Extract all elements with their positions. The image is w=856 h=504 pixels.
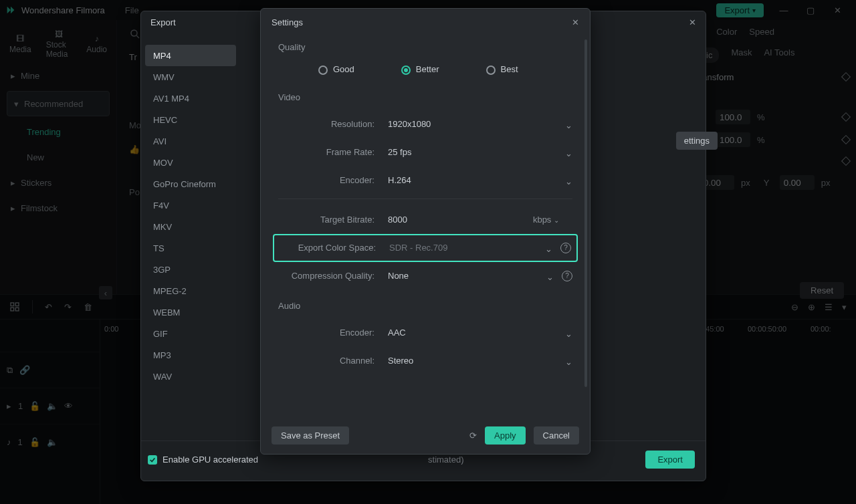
chevron-down-icon: ⌄: [546, 272, 554, 282]
audio-encoder-select[interactable]: AAC⌄: [388, 328, 572, 338]
chevron-down-icon: ⌄: [565, 357, 572, 367]
audio-encoder-field: Encoder: AAC⌄: [278, 319, 572, 347]
bitrate-field: Target Bitrate: 8000 kbps ⌄: [278, 206, 572, 234]
quality-good-radio[interactable]: Good: [318, 64, 354, 75]
format-item-mp4[interactable]: MP4: [145, 45, 236, 66]
estimated-label: stimated): [428, 455, 463, 465]
chevron-down-icon: ⌄: [554, 217, 559, 224]
format-item-ts[interactable]: TS: [141, 237, 240, 259]
settings-button[interactable]: ettings: [676, 132, 718, 150]
gpu-checkbox[interactable]: [148, 455, 157, 465]
color-space-field: Export Color Space: SDR - Rec.709⌄ ?: [273, 234, 578, 262]
format-item-3gp[interactable]: 3GP: [141, 259, 240, 280]
chevron-down-icon: ⌄: [565, 176, 572, 186]
encoder-field: Encoder: H.264⌄: [278, 166, 572, 195]
resolution-select[interactable]: 1920x1080⌄: [388, 119, 572, 129]
settings-modal: Settings ✕ Quality Good Better Best Vide…: [260, 8, 591, 455]
audio-heading: Audio: [278, 301, 572, 311]
format-item-mp3[interactable]: MP3: [141, 344, 240, 366]
format-item-gif[interactable]: GIF: [141, 323, 240, 344]
format-item-wav[interactable]: WAV: [141, 366, 240, 387]
quality-better-radio[interactable]: Better: [401, 64, 439, 75]
chevron-down-icon: ⌄: [545, 244, 552, 254]
format-item-mpeg-2[interactable]: MPEG-2: [141, 280, 240, 301]
format-list: MP4WMVAV1 MP4HEVCAVIMOVGoPro CineformF4V…: [141, 33, 240, 440]
quality-best-radio[interactable]: Best: [486, 64, 518, 75]
chevron-down-icon: ⌄: [565, 329, 572, 339]
format-item-wmv[interactable]: WMV: [141, 66, 240, 88]
format-item-mkv[interactable]: MKV: [141, 216, 240, 237]
close-icon[interactable]: ✕: [572, 17, 579, 27]
format-item-avi[interactable]: AVI: [141, 130, 240, 152]
cancel-button[interactable]: Cancel: [534, 426, 579, 445]
chevron-down-icon: ⌄: [565, 148, 572, 158]
save-preset-button[interactable]: Save as Preset: [272, 426, 349, 445]
bitrate-input[interactable]: 8000: [388, 215, 461, 225]
export-modal-title: Export: [150, 17, 176, 27]
apply-button[interactable]: Apply: [485, 426, 526, 445]
framerate-field: Frame Rate: 25 fps⌄: [278, 138, 572, 166]
encoder-select[interactable]: H.264⌄: [388, 175, 572, 185]
bitrate-unit-select[interactable]: kbps ⌄: [533, 215, 572, 225]
video-heading: Video: [278, 92, 572, 102]
format-item-webm[interactable]: WEBM: [141, 301, 240, 323]
settings-modal-title: Settings: [272, 17, 303, 27]
framerate-select[interactable]: 25 fps⌄: [388, 147, 572, 157]
export-button[interactable]: Export: [645, 451, 695, 469]
help-icon[interactable]: ?: [560, 243, 571, 253]
channel-select[interactable]: Stereo⌄: [388, 356, 572, 366]
format-item-av1-mp4[interactable]: AV1 MP4: [141, 88, 240, 109]
compression-field: Compression Quality: None⌄ ?: [278, 262, 572, 290]
compression-select[interactable]: None⌄: [388, 271, 554, 281]
channel-field: Channel: Stereo⌄: [278, 347, 572, 375]
help-icon[interactable]: ?: [562, 271, 572, 281]
format-item-f4v[interactable]: F4V: [141, 195, 240, 216]
format-item-mov[interactable]: MOV: [141, 152, 240, 173]
quality-heading: Quality: [278, 42, 572, 52]
refresh-icon[interactable]: ⟳: [469, 430, 477, 440]
resolution-field: Resolution: 1920x1080⌄: [278, 110, 572, 138]
format-item-gopro-cineform[interactable]: GoPro Cineform: [141, 173, 240, 195]
format-item-hevc[interactable]: HEVC: [141, 109, 240, 130]
color-space-select[interactable]: SDR - Rec.709⌄: [389, 243, 552, 253]
gpu-label: Enable GPU accelerated: [163, 455, 258, 465]
close-icon[interactable]: ✕: [689, 17, 696, 27]
chevron-down-icon: ⌄: [565, 120, 572, 130]
